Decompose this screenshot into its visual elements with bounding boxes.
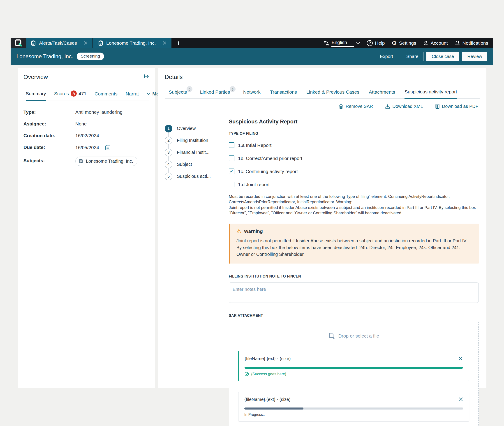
- case-title: Lonesome Trading, Inc.: [16, 53, 73, 60]
- chevron-down-icon: [356, 42, 360, 44]
- export-button[interactable]: Export: [375, 52, 398, 61]
- new-tab-button[interactable]: +: [172, 38, 185, 48]
- risk-score-icon: [71, 91, 77, 97]
- help-label: Help: [375, 40, 385, 46]
- tab-summary[interactable]: Summary: [26, 91, 46, 101]
- tab-alerts-task-cases[interactable]: Alerts/Task/Cases: [26, 38, 92, 48]
- topbar-utilities: English ? Help ⚙ Settings Account Notifi…: [323, 38, 493, 48]
- details-title: Details: [165, 74, 480, 81]
- warning-triangle-icon: ⚠: [236, 228, 241, 234]
- checkbox-box[interactable]: [229, 182, 234, 187]
- field-assignee: Assignee: None: [23, 121, 149, 128]
- checkbox-box[interactable]: [229, 156, 234, 161]
- file-name: {fileName}.{ext} - (size): [245, 356, 291, 361]
- tab-label: Alerts/Task/Cases: [39, 40, 77, 46]
- case-actions: Export Share Close case Review: [375, 52, 487, 61]
- download-xml-button[interactable]: Download XML: [385, 104, 423, 109]
- checkbox-box[interactable]: [229, 169, 234, 174]
- field-due-date: Due date: 16/05/2024: [23, 145, 149, 153]
- remove-file-icon[interactable]: [458, 356, 463, 361]
- language-selector[interactable]: English: [323, 39, 360, 47]
- overview-panel: Overview Summary Scores 471 Comments Nar…: [18, 68, 155, 388]
- tab-label: Lonesome Trading, Inc.: [106, 40, 156, 46]
- step-filing-institution[interactable]: 2 Filing Institution: [165, 135, 222, 146]
- upload-progress-fill: [245, 367, 463, 369]
- download-icon: [385, 104, 390, 109]
- status-badge: Screening: [77, 53, 104, 60]
- overview-title: Overview: [23, 74, 48, 81]
- file-dropzone[interactable]: Drop or select a file {fileName}.{ext} -…: [229, 322, 479, 426]
- quantexa-logo[interactable]: [11, 38, 26, 48]
- upload-progress-track: [244, 407, 463, 410]
- file-plus-icon: [328, 333, 335, 339]
- q-logo-icon: [14, 39, 22, 47]
- check-circle-icon: [245, 372, 249, 376]
- step-overview[interactable]: 1 Overview: [165, 122, 222, 135]
- field-type: Type: Anti money laundering: [23, 109, 149, 116]
- case-header: Lonesome Trading, Inc. Screening Export …: [11, 48, 493, 65]
- expand-panel-icon[interactable]: [143, 74, 149, 79]
- checkbox-box[interactable]: [229, 142, 234, 148]
- document-icon: [79, 158, 83, 164]
- tab-subjects[interactable]: Subjects 5: [169, 89, 187, 98]
- sar-attachment-label: SAR ATTACHMENT: [229, 314, 479, 318]
- account-menu[interactable]: Account: [423, 40, 448, 46]
- user-icon: [423, 40, 428, 46]
- case-summary-fields: Type: Anti money laundering Assignee: No…: [23, 109, 149, 166]
- due-date-input[interactable]: 16/05/2024: [75, 145, 118, 153]
- bell-icon: [454, 40, 460, 46]
- cancel-upload-icon[interactable]: [459, 397, 463, 402]
- remove-sar-button[interactable]: Remove SAR: [339, 104, 373, 109]
- upload-status: {Success goes here}: [245, 372, 463, 376]
- warning-message: Joint report is not permitted if Insider…: [236, 237, 472, 258]
- tab-linked-previous-cases[interactable]: Linked & Previous Cases: [306, 89, 359, 98]
- close-tab-icon[interactable]: [163, 41, 166, 45]
- uploaded-file-success: {fileName}.{ext} - (size) {Success: [238, 351, 469, 381]
- tab-linked-parties[interactable]: Linked Parties 8: [200, 89, 230, 98]
- file-icon: [435, 104, 440, 109]
- tab-suspicious-activity-report[interactable]: Suspicious activity report: [405, 89, 457, 99]
- sar-form-title: Suspicious Activity Report: [229, 119, 479, 125]
- fincen-note-input[interactable]: [229, 283, 479, 303]
- details-tabs: Subjects 5 Linked Parties 8 Network Tran…: [165, 89, 480, 99]
- upload-progress-track: [245, 367, 463, 369]
- checkbox-initial-report[interactable]: 1.a Intial Report: [229, 142, 479, 148]
- share-button[interactable]: Share: [401, 52, 423, 61]
- tab-narrative[interactable]: Narrat: [126, 91, 139, 100]
- linked-parties-count-badge: 8: [230, 86, 235, 92]
- download-pdf-button[interactable]: Download as PDF: [435, 104, 478, 109]
- tab-attachments[interactable]: Attachments: [369, 89, 395, 98]
- tab-transactions[interactable]: Transactions: [270, 89, 297, 98]
- sar-stepper: 1 Overview 2 Filing Institution 3 Financ…: [165, 114, 222, 426]
- type-of-filing-label: TYPE OF FILING: [229, 132, 479, 136]
- type-of-filing-options: 1.a Intial Report 1b. Correct/Amend prio…: [229, 142, 479, 187]
- warning-title: Warning: [244, 228, 263, 234]
- filing-helper-text: Must be recorded in conjunction with at …: [229, 194, 479, 216]
- review-button[interactable]: Review: [462, 52, 487, 61]
- step-suspicious-activity[interactable]: 5 Suspicious acti...: [165, 170, 222, 182]
- details-panel: Details Subjects 5 Linked Parties 8 Netw…: [158, 68, 486, 388]
- subject-chip[interactable]: Lonesome Trading, Inc.: [75, 156, 137, 166]
- tab-lonesome-trading[interactable]: Lonesome Trading, Inc.: [93, 38, 171, 48]
- notifications-menu[interactable]: Notifications: [454, 40, 488, 46]
- drop-or-select-button[interactable]: Drop or select a file: [238, 333, 469, 339]
- help-menu[interactable]: ? Help: [367, 40, 385, 46]
- tab-network[interactable]: Network: [243, 89, 261, 98]
- calendar-icon[interactable]: [105, 145, 111, 150]
- step-financial-institution[interactable]: 3 Financial Instit...: [165, 146, 222, 158]
- checkbox-joint-report[interactable]: 1.d Joint report: [229, 182, 479, 187]
- settings-menu[interactable]: ⚙ Settings: [392, 40, 416, 46]
- notifications-label: Notifications: [462, 40, 488, 46]
- checkbox-correct-amend[interactable]: 1b. Correct/Amend prior report: [229, 156, 479, 161]
- uploading-file: {fileName}.{ext} - (size) In Progress..: [238, 392, 469, 421]
- sar-toolbar: Remove SAR Download XML Download as PDF: [165, 104, 480, 109]
- field-subjects: Subjects: Lonesome Trading, Inc.: [23, 158, 149, 166]
- language-value: English: [331, 39, 354, 47]
- step-subject[interactable]: 4 Subject: [165, 158, 222, 170]
- trash-icon: [339, 104, 343, 109]
- tab-scores[interactable]: Scores 471: [54, 91, 86, 100]
- close-tab-icon[interactable]: [84, 41, 87, 45]
- tab-comments[interactable]: Comments: [94, 91, 118, 100]
- close-case-button[interactable]: Close case: [426, 52, 459, 61]
- checkbox-continuing-activity[interactable]: 1c. Continuing activity report: [229, 169, 479, 174]
